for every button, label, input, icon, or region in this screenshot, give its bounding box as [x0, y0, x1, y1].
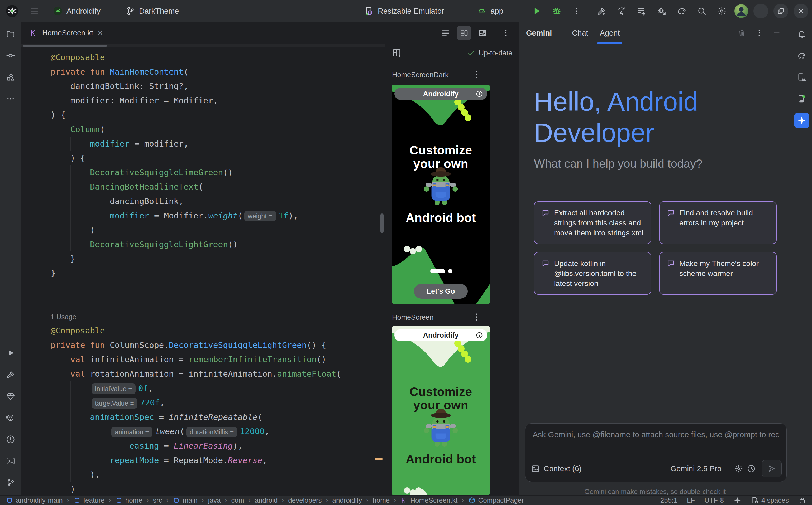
app-title: Androidify: [423, 331, 459, 339]
breadcrumb-item[interactable]: android: [255, 496, 278, 504]
code-line: DecorativeSquiggleLightGreen(): [51, 237, 374, 252]
attach-debugger-button[interactable]: [654, 4, 669, 18]
status-indent-style[interactable]: 4 spaces: [751, 496, 789, 504]
build-button[interactable]: [594, 4, 609, 18]
tool-window-logcat[interactable]: [3, 410, 18, 426]
settings-button[interactable]: [714, 4, 729, 18]
tool-window-commit[interactable]: [3, 48, 18, 63]
breadcrumb-item[interactable]: developers: [288, 496, 322, 504]
status-encoding[interactable]: UTF-8: [704, 496, 724, 504]
tool-window-app-quality-insights[interactable]: [3, 388, 18, 404]
send-button[interactable]: [762, 460, 782, 477]
tool-window-gradle[interactable]: [794, 48, 809, 63]
design-view-button[interactable]: [475, 26, 490, 40]
suggestion-card[interactable]: Make my Theme's color scheme warmer: [659, 252, 777, 295]
phone-preview-dark[interactable]: Androidify Customize your own Android bo…: [392, 85, 490, 304]
sync-button[interactable]: [614, 4, 629, 18]
gemini-settings-icon[interactable]: [734, 464, 743, 473]
preview-options-button[interactable]: [471, 312, 482, 322]
breadcrumb-item[interactable]: CompactPager: [468, 496, 524, 504]
preview-options-button[interactable]: [471, 69, 482, 80]
history-icon[interactable]: [747, 464, 756, 473]
breadcrumb-item[interactable]: home: [372, 496, 390, 504]
tool-window-more-tool-windows[interactable]: [3, 91, 18, 107]
branch-selector[interactable]: DarkTheme: [122, 4, 193, 18]
close-tab-icon[interactable]: ✕: [97, 29, 103, 37]
tool-window-gemini[interactable]: [794, 113, 809, 128]
split-view-button[interactable]: [457, 26, 471, 40]
context-selector[interactable]: Context (6): [544, 464, 591, 473]
gemini-panel: Gemini ChatAgent Hello, Android Develope…: [518, 22, 791, 495]
tool-window-running-devices[interactable]: [794, 91, 809, 107]
tool-window-version-control[interactable]: [3, 475, 18, 490]
restore-window-button[interactable]: [774, 4, 788, 18]
tool-window-run[interactable]: [3, 345, 18, 361]
debug-button[interactable]: [549, 4, 564, 18]
clear-chat-button[interactable]: [734, 26, 749, 40]
breadcrumb-item[interactable]: androidify: [332, 496, 362, 504]
code-view-button[interactable]: [439, 26, 453, 40]
code-line: }: [51, 266, 374, 281]
status-gemini-status[interactable]: [733, 496, 741, 504]
status-read-write-toggle[interactable]: [798, 496, 806, 504]
project-name: Androidify: [67, 7, 101, 16]
editor-tab-homescreen[interactable]: HomeScreen.kt ✕: [21, 22, 109, 44]
status-line-separator[interactable]: LF: [687, 496, 695, 504]
hide-panel-button[interactable]: [769, 26, 784, 40]
code-line: @Composable: [51, 323, 374, 338]
info-icon[interactable]: [476, 90, 483, 98]
editor-options-button[interactable]: [498, 26, 513, 40]
breadcrumb-item[interactable]: src: [153, 496, 162, 504]
attach-image-icon[interactable]: [531, 464, 540, 473]
horizontal-scrollbar[interactable]: [21, 44, 385, 47]
code-line: val infiniteAnimation = rememberInfinite…: [51, 352, 374, 367]
preview-canvas[interactable]: HomeScreenDark Androidify Customize your…: [385, 62, 518, 495]
tool-window-project[interactable]: [3, 26, 18, 42]
suggestion-card[interactable]: Update kotlin in @libs.version.toml to t…: [534, 252, 651, 295]
profiler-button[interactable]: [634, 4, 649, 18]
avatar[interactable]: [734, 4, 748, 18]
gemini-tab-agent[interactable]: Agent: [594, 22, 626, 44]
close-window-button[interactable]: [794, 4, 808, 18]
status-caret-position[interactable]: 255:1: [660, 496, 678, 504]
tool-window-device-manager[interactable]: [794, 69, 809, 85]
run-config-selector[interactable]: app: [474, 4, 517, 18]
inlay-hint: durationMillis =: [186, 427, 237, 437]
main-menu-button[interactable]: [27, 4, 42, 18]
breadcrumb-item[interactable]: androidify-main: [6, 496, 63, 504]
chevron-down-icon: [724, 466, 730, 472]
model-selector[interactable]: Gemini 2.5 Pro: [671, 464, 730, 473]
breadcrumb-item[interactable]: HomeScreen.kt: [400, 496, 457, 504]
minimize-window-button[interactable]: [753, 4, 768, 18]
lets-go-button[interactable]: Let's Go: [414, 284, 468, 299]
suggestion-card[interactable]: Find and resolve build errors in my proj…: [659, 201, 777, 244]
vertical-scrollbar[interactable]: [380, 213, 383, 233]
search-everywhere-button[interactable]: [694, 4, 709, 18]
breadcrumb-item[interactable]: java: [208, 496, 221, 504]
phone-preview-light[interactable]: Androidify Customize your own Android bo…: [392, 326, 490, 495]
run-button[interactable]: [529, 4, 544, 18]
project-selector[interactable]: Androidify: [49, 4, 114, 18]
tool-window-build[interactable]: [3, 367, 18, 382]
gemini-options-button[interactable]: [752, 26, 767, 40]
more-actions-button[interactable]: [569, 4, 584, 18]
tool-window-problems[interactable]: [3, 432, 18, 447]
tool-window-resource-manager[interactable]: [3, 69, 18, 85]
gemini-tab-chat[interactable]: Chat: [566, 22, 594, 44]
preview-name: HomeScreenDark: [392, 71, 449, 79]
breadcrumb-item[interactable]: home: [115, 496, 142, 504]
info-icon[interactable]: [476, 332, 483, 339]
chat-bubble-icon: [541, 209, 550, 217]
device-selector[interactable]: Resizable Emulator: [361, 4, 458, 18]
breadcrumb-item[interactable]: main: [172, 496, 197, 504]
gradle-sync-button[interactable]: [674, 4, 689, 18]
suggestion-card[interactable]: Extract all hardcoded strings from this …: [534, 201, 651, 244]
gemini-prompt-input[interactable]: [532, 427, 780, 442]
tool-window-terminal[interactable]: [3, 453, 18, 469]
chevron-down-icon: [585, 466, 591, 472]
code-editor[interactable]: @Composableprivate fun MainHomeContent( …: [21, 44, 385, 495]
tool-window-notifications[interactable]: [794, 26, 809, 42]
breadcrumb-item[interactable]: com: [231, 496, 244, 504]
breadcrumb-item[interactable]: feature: [73, 496, 105, 504]
preview-layout-icon[interactable]: [391, 48, 402, 58]
